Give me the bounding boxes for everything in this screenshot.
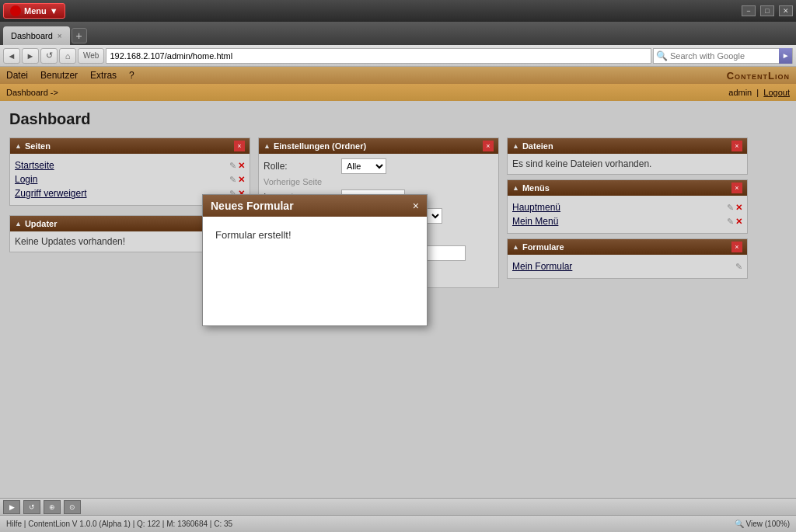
minimize-button[interactable]: − — [742, 5, 756, 16]
menu-button[interactable]: Menu ▼ — [3, 3, 65, 19]
forward-button[interactable]: ► — [22, 48, 39, 64]
new-tab-button[interactable]: + — [72, 28, 87, 43]
menus-collapse-icon[interactable]: ▲ — [512, 184, 519, 192]
web-button[interactable]: Web — [78, 48, 104, 64]
edit-icon-startseite[interactable]: ✎ — [229, 161, 236, 171]
status-text: Hilfe | ContentLion V 1.0.0 (Alpha 1) | … — [6, 520, 232, 528]
dateien-close-button[interactable]: × — [731, 141, 742, 151]
delete-icon-meinmenu[interactable]: ✕ — [735, 217, 742, 227]
widget-menus-header: ▲ Menüs × — [508, 180, 747, 196]
status-bar: Hilfe | ContentLion V 1.0.0 (Alpha 1) | … — [0, 515, 796, 532]
url-input[interactable] — [106, 48, 651, 64]
dateien-title: Dateien — [522, 141, 553, 151]
edit-icon-login[interactable]: ✎ — [229, 175, 236, 185]
opera-logo — [10, 5, 21, 16]
username: admin — [728, 88, 752, 97]
page-item-startseite: Startseite ✎ ✕ — [15, 158, 245, 172]
nav-bar: ◄ ► ↺ ⌂ Web 🔍 ► — [0, 45, 796, 67]
page-actions-login: ✎ ✕ — [229, 175, 245, 185]
main-content: Dashboard ▲ Seiten × Startseite ✎ — [0, 101, 796, 515]
no-updates-text: Keine Updates vorhanden! — [15, 235, 125, 249]
right-column: ▲ Dateien × Es sind keine Dateien vorhan… — [507, 137, 748, 279]
formulare-collapse-icon[interactable]: ▲ — [512, 243, 519, 251]
menu-link-meinmenu[interactable]: Mein Menü — [512, 216, 558, 227]
edit-icon-meinformular[interactable]: ✎ — [735, 262, 742, 272]
page-link-startseite[interactable]: Startseite — [15, 160, 54, 171]
dateien-collapse-icon[interactable]: ▲ — [512, 142, 519, 150]
settings-title: Einstellungen (Ordner) — [274, 141, 366, 151]
toolbar-reload-icon[interactable]: ↺ — [23, 500, 40, 514]
modal-body: Formular erstellt! — [203, 217, 427, 325]
menu-item-meinmenu: Mein Menü ✎ ✕ — [512, 214, 742, 228]
menus-close-button[interactable]: × — [731, 183, 742, 193]
seiten-collapse-icon[interactable]: ▲ — [15, 142, 22, 150]
menu-label: Menu — [24, 6, 47, 16]
breadcrumb: Dashboard -> — [6, 88, 58, 97]
formulare-close-button[interactable]: × — [731, 242, 742, 252]
modal-close-button[interactable]: × — [413, 200, 419, 212]
menu-item-extras[interactable]: Extras — [90, 70, 117, 81]
menu-item-benutzer[interactable]: Benutzer — [40, 70, 78, 81]
seiten-title: Seiten — [25, 141, 51, 151]
menu-actions-meinmenu: ✎ ✕ — [727, 217, 742, 227]
formulare-title: Formulare — [522, 242, 564, 252]
no-files-text: Es sind keine Dateien vorhanden. — [512, 157, 651, 171]
back-button[interactable]: ◄ — [3, 48, 20, 64]
tab-label: Dashboard — [11, 31, 53, 40]
toolbar-plus-icon[interactable]: ⊕ — [44, 500, 61, 514]
search-engine-icon: 🔍 — [654, 50, 670, 61]
user-info: admin | Logout — [728, 88, 790, 97]
widget-seiten-header: ▲ Seiten × — [10, 138, 250, 154]
updater-collapse-icon[interactable]: ▲ — [15, 220, 22, 228]
page-link-zugriff[interactable]: Zugriff verweigert — [15, 188, 86, 199]
close-button[interactable]: ✕ — [779, 5, 793, 16]
vorherige-label: Vorherige Seite — [264, 177, 322, 186]
stop-reload-button[interactable]: ↺ — [40, 48, 58, 64]
maximize-button[interactable]: □ — [760, 5, 774, 16]
breadcrumb-bar: Dashboard -> admin | Logout — [0, 84, 796, 101]
formular-actions-mein: ✎ — [735, 262, 742, 272]
page-link-login[interactable]: Login — [15, 174, 37, 185]
brand-logo: ContentLion — [727, 70, 790, 82]
modal-neues-formular: Neues Formular × Formular erstellt! — [202, 194, 428, 326]
edit-icon-meinmenu[interactable]: ✎ — [727, 217, 734, 227]
rolle-label: Rolle: — [264, 161, 341, 172]
delete-icon-startseite[interactable]: ✕ — [238, 161, 245, 171]
toolbar-circle-icon[interactable]: ⊙ — [64, 500, 81, 514]
modal-message: Formular erstellt! — [215, 229, 292, 241]
formular-item-mein: Mein Formular ✎ — [512, 259, 742, 273]
toolbar-play-icon[interactable]: ▶ — [3, 500, 20, 514]
seiten-close-button[interactable]: × — [234, 141, 245, 151]
widget-dateien-header: ▲ Dateien × — [508, 138, 747, 154]
search-go-button[interactable]: ► — [779, 48, 792, 64]
widget-dateien: ▲ Dateien × Es sind keine Dateien vorhan… — [507, 137, 748, 175]
updater-title: Updater — [25, 219, 58, 228]
rolle-select[interactable]: Alle Admin User — [341, 158, 386, 174]
settings-vorherige-row: Vorherige Seite — [264, 177, 494, 186]
formulare-body: Mein Formular ✎ — [508, 255, 747, 278]
delete-icon-hauptmenu[interactable]: ✕ — [735, 203, 742, 213]
bottom-toolbar-bar: ▶ ↺ ⊕ ⊙ — [0, 498, 796, 515]
menu-item-help[interactable]: ? — [129, 70, 134, 81]
search-container: 🔍 ► — [653, 48, 793, 64]
menu-link-hauptmenu[interactable]: Hauptmenü — [512, 202, 560, 213]
edit-icon-hauptmenu[interactable]: ✎ — [727, 203, 734, 213]
formular-link-mein[interactable]: Mein Formular — [512, 261, 572, 272]
menus-body: Hauptmenü ✎ ✕ Mein Menü ✎ ✕ — [508, 196, 747, 233]
menus-title: Menüs — [522, 183, 550, 193]
settings-collapse-icon[interactable]: ▲ — [264, 142, 271, 150]
menu-item-datei[interactable]: Datei — [6, 70, 28, 81]
delete-icon-login[interactable]: ✕ — [238, 175, 245, 185]
dateien-body: Es sind keine Dateien vorhanden. — [508, 154, 747, 174]
search-input[interactable] — [670, 51, 779, 61]
home-button[interactable]: ⌂ — [59, 48, 76, 64]
widget-settings-header: ▲ Einstellungen (Ordner) × — [259, 138, 498, 154]
menu-item-hauptmenu: Hauptmenü ✎ ✕ — [512, 200, 742, 214]
zoom-text: 🔍 View (100%) — [735, 520, 790, 528]
logout-link[interactable]: Logout — [763, 88, 790, 97]
title-bar: Menu ▼ − □ ✕ — [0, 0, 796, 22]
settings-close-button[interactable]: × — [483, 141, 494, 151]
tab-close-icon[interactable]: × — [58, 32, 62, 40]
tab-dashboard[interactable]: Dashboard × — [3, 26, 70, 45]
menu-bar: Datei Benutzer Extras ? ContentLion — [0, 67, 796, 84]
